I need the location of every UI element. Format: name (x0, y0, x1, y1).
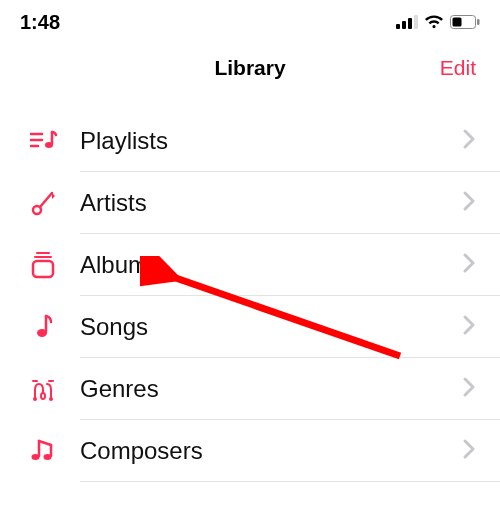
chevron-right-icon (462, 252, 476, 278)
row-label: Artists (68, 189, 462, 217)
svg-rect-15 (33, 261, 53, 277)
library-list: Playlists Artists Albums Songs (0, 110, 500, 482)
svg-point-21 (32, 454, 40, 460)
chevron-right-icon (462, 314, 476, 340)
row-artists[interactable]: Artists (0, 172, 500, 234)
playlists-icon (28, 126, 68, 156)
svg-point-10 (45, 142, 53, 148)
status-icons (396, 15, 480, 29)
songs-icon (28, 312, 68, 342)
svg-rect-2 (408, 18, 412, 29)
svg-point-16 (37, 329, 47, 337)
row-albums[interactable]: Albums (0, 234, 500, 296)
svg-line-12 (40, 193, 52, 207)
wifi-icon (424, 15, 444, 29)
row-genres[interactable]: Genres (0, 358, 500, 420)
cellular-icon (396, 15, 418, 29)
row-playlists[interactable]: Playlists (0, 110, 500, 172)
chevron-right-icon (462, 128, 476, 154)
row-composers[interactable]: Composers (0, 420, 500, 482)
row-label: Playlists (68, 127, 462, 155)
row-label: Composers (68, 437, 462, 465)
header: Library Edit (0, 44, 500, 92)
svg-point-22 (44, 454, 52, 460)
genres-icon (28, 374, 68, 404)
svg-point-18 (49, 397, 53, 401)
status-time: 1:48 (20, 11, 60, 34)
chevron-right-icon (462, 376, 476, 402)
composers-icon (28, 436, 68, 466)
svg-rect-5 (453, 18, 462, 27)
row-songs[interactable]: Songs (0, 296, 500, 358)
chevron-right-icon (462, 438, 476, 464)
svg-rect-3 (414, 15, 418, 29)
page-title: Library (214, 56, 285, 80)
chevron-right-icon (462, 190, 476, 216)
svg-rect-1 (402, 21, 406, 29)
svg-rect-6 (477, 19, 480, 25)
svg-rect-0 (396, 24, 400, 29)
albums-icon (28, 250, 68, 280)
row-label: Songs (68, 313, 462, 341)
status-bar: 1:48 (0, 0, 500, 44)
row-label: Genres (68, 375, 462, 403)
edit-button[interactable]: Edit (440, 56, 476, 80)
svg-point-17 (33, 397, 37, 401)
battery-icon (450, 15, 480, 29)
row-label: Albums (68, 251, 462, 279)
artists-icon (28, 188, 68, 218)
